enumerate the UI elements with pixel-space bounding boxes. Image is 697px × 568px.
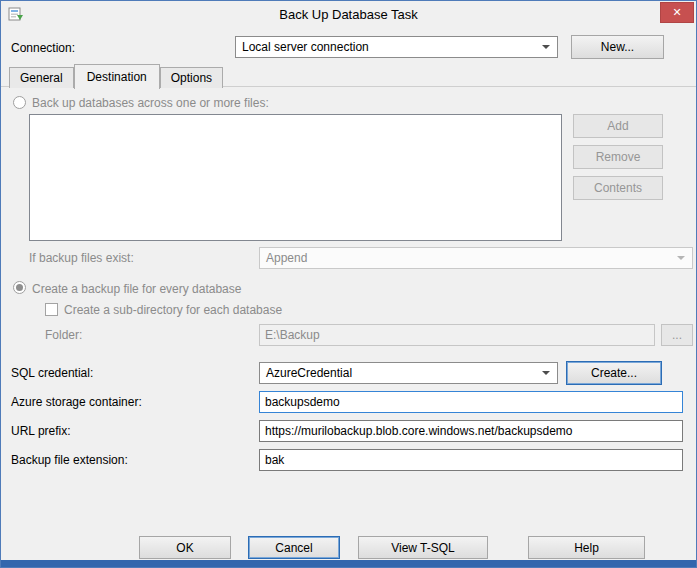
radio-circle-icon [13, 281, 26, 294]
extension-input[interactable] [259, 449, 683, 471]
folder-input[interactable] [259, 324, 655, 346]
tab-options[interactable]: Options [160, 67, 223, 88]
url-prefix-label: URL prefix: [11, 424, 71, 439]
sql-credential-label: SQL credential: [11, 366, 93, 381]
url-prefix-input[interactable] [259, 420, 683, 442]
remove-button[interactable]: Remove [573, 145, 663, 169]
container-input[interactable] [259, 391, 683, 413]
backup-database-task-dialog: Back Up Database Task ✕ Connection: Loca… [0, 0, 697, 568]
radio-every-database-label: Create a backup file for every database [32, 282, 241, 297]
chevron-down-icon [542, 45, 550, 49]
checkbox-icon [45, 303, 58, 316]
if-exist-label: If backup files exist: [29, 251, 134, 266]
connection-value: Local server connection [236, 40, 542, 54]
new-connection-button[interactable]: New... [571, 35, 664, 59]
extension-label: Backup file extension: [11, 453, 128, 468]
tab-general[interactable]: General [9, 67, 74, 88]
close-button[interactable]: ✕ [660, 2, 694, 23]
sql-credential-combobox[interactable]: AzureCredential [259, 362, 558, 384]
connection-combobox[interactable]: Local server connection [235, 36, 558, 58]
if-exist-value: Append [260, 251, 677, 265]
window-title: Back Up Database Task [1, 7, 696, 22]
titlebar[interactable]: Back Up Database Task ✕ [1, 1, 696, 27]
folder-label: Folder: [45, 328, 82, 343]
help-button[interactable]: Help [528, 536, 645, 559]
if-exist-combobox[interactable]: Append [259, 247, 693, 269]
add-button[interactable]: Add [573, 114, 663, 138]
contents-button[interactable]: Contents [573, 176, 663, 200]
ok-button[interactable]: OK [139, 536, 231, 559]
window-border-bottom [1, 560, 696, 567]
sql-credential-value: AzureCredential [260, 366, 542, 380]
connection-label: Connection: [11, 41, 75, 56]
chevron-down-icon [677, 256, 685, 260]
close-icon: ✕ [672, 6, 681, 19]
subdirectory-checkbox-label: Create a sub-directory for each database [64, 303, 282, 318]
cancel-button[interactable]: Cancel [248, 536, 340, 559]
radio-across-files-label: Back up databases across one or more fil… [32, 96, 269, 111]
backup-files-list[interactable] [29, 114, 562, 241]
tab-strip: General Destination Options [9, 64, 223, 88]
chevron-down-icon [542, 371, 550, 375]
radio-circle-icon [13, 96, 26, 109]
tab-destination[interactable]: Destination [74, 64, 160, 89]
container-label: Azure storage container: [11, 395, 142, 410]
view-tsql-button[interactable]: View T-SQL [358, 536, 488, 559]
create-credential-button[interactable]: Create... [566, 361, 662, 385]
browse-folder-button[interactable]: ... [661, 324, 693, 346]
